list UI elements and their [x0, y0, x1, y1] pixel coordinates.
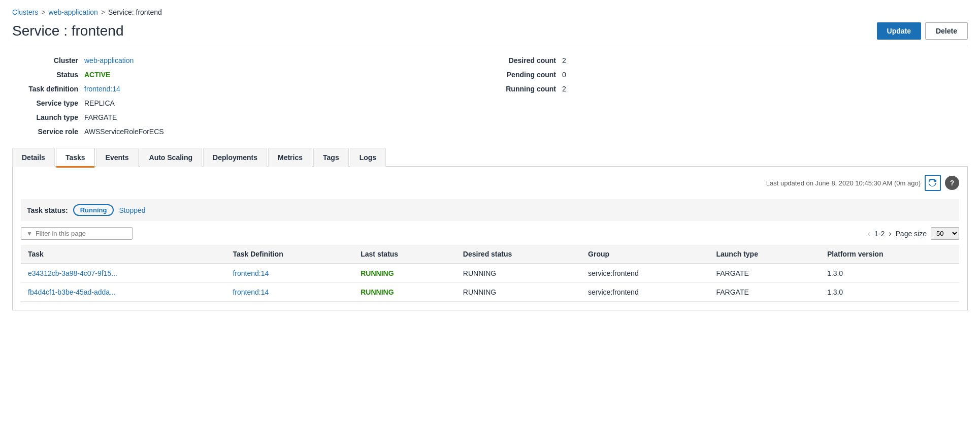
- detail-row-service-type: Service type REPLICA: [12, 99, 490, 107]
- cell-platform-version-1: 1.3.0: [820, 283, 959, 302]
- detail-value-service-type: REPLICA: [84, 99, 115, 107]
- cell-task-def-1: frontend:14: [225, 283, 353, 302]
- task-status-row: Task status: Running Stopped: [21, 199, 959, 221]
- detail-label-task-def: Task definition: [12, 85, 78, 93]
- breadcrumb-sep-2: >: [101, 8, 105, 16]
- col-header-task-def: Task Definition: [225, 245, 353, 264]
- pagination-controls: ‹ 1-2 › Page size 10 25 50 100: [868, 227, 959, 240]
- detail-label-running-count: Running count: [490, 85, 556, 93]
- service-details: Cluster web-application Status ACTIVE Ta…: [12, 56, 968, 136]
- prev-page-button[interactable]: ‹: [868, 229, 870, 238]
- table-row: e34312cb-3a98-4c07-9f15... frontend:14 R…: [21, 264, 959, 283]
- detail-value-status: ACTIVE: [84, 71, 110, 79]
- cell-group-0: service:frontend: [581, 264, 709, 283]
- update-button[interactable]: Update: [877, 22, 921, 40]
- table-header: Task Task Definition Last status Desired…: [21, 245, 959, 264]
- status-stopped-link[interactable]: Stopped: [119, 206, 145, 214]
- detail-group-right: Desired count 2 Pending count 0 Running …: [490, 56, 968, 136]
- breadcrumb-sep-1: >: [41, 8, 45, 16]
- detail-row-service-role: Service role AWSServiceRoleForECS: [12, 128, 490, 136]
- cell-last-status-1: RUNNING: [353, 283, 456, 302]
- detail-label-desired-count: Desired count: [490, 56, 556, 65]
- detail-label-pending-count: Pending count: [490, 71, 556, 79]
- tasks-table: Task Task Definition Last status Desired…: [21, 245, 959, 302]
- help-icon: ?: [950, 179, 955, 187]
- cell-launch-type-0: FARGATE: [709, 264, 820, 283]
- detail-value-cluster[interactable]: web-application: [84, 56, 134, 65]
- detail-label-cluster: Cluster: [12, 56, 78, 65]
- task-status-label: Task status:: [27, 206, 68, 214]
- col-header-desired-status: Desired status: [456, 245, 581, 264]
- detail-label-launch-type: Launch type: [12, 113, 78, 121]
- tab-deployments[interactable]: Deployments: [203, 148, 267, 167]
- header-buttons: Update Delete: [877, 22, 968, 40]
- tab-metrics[interactable]: Metrics: [268, 148, 312, 167]
- cell-platform-version-0: 1.3.0: [820, 264, 959, 283]
- cell-task-1: fb4d4cf1-b3be-45ad-adda...: [21, 283, 225, 302]
- tab-content-tasks: Last updated on June 8, 2020 10:45:30 AM…: [12, 167, 968, 310]
- last-status-value-1: RUNNING: [361, 288, 394, 296]
- detail-value-service-role: AWSServiceRoleForECS: [84, 128, 164, 136]
- breadcrumb-current: Service: frontend: [108, 8, 162, 16]
- tabs-bar: Details Tasks Events Auto Scaling Deploy…: [12, 148, 968, 167]
- detail-row-cluster: Cluster web-application: [12, 56, 490, 65]
- page-header: Service : frontend Update Delete: [12, 22, 968, 46]
- detail-row-launch-type: Launch type FARGATE: [12, 113, 490, 121]
- detail-value-desired-count: 2: [562, 56, 566, 65]
- detail-row-running-count: Running count 2: [490, 85, 968, 93]
- filter-pagination-row: ▼ ‹ 1-2 › Page size 10 25 50 100: [21, 227, 959, 240]
- tab-auto-scaling[interactable]: Auto Scaling: [140, 148, 203, 167]
- page-title: Service : frontend: [12, 23, 123, 39]
- filter-icon: ▼: [26, 230, 32, 237]
- detail-value-task-def[interactable]: frontend:14: [84, 85, 120, 93]
- tab-logs[interactable]: Logs: [350, 148, 386, 167]
- help-button[interactable]: ?: [945, 176, 959, 190]
- filter-input[interactable]: [36, 230, 127, 237]
- cell-launch-type-1: FARGATE: [709, 283, 820, 302]
- refresh-icon: [929, 179, 937, 187]
- delete-button[interactable]: Delete: [925, 22, 968, 40]
- detail-value-running-count: 2: [562, 85, 566, 93]
- cell-task-0: e34312cb-3a98-4c07-9f15...: [21, 264, 225, 283]
- breadcrumb-cluster-name[interactable]: web-application: [49, 8, 98, 16]
- cell-desired-status-1: RUNNING: [456, 283, 581, 302]
- task-link-0[interactable]: e34312cb-3a98-4c07-9f15...: [28, 269, 117, 277]
- status-running-pill[interactable]: Running: [73, 204, 114, 216]
- col-header-group: Group: [581, 245, 709, 264]
- toolbar-row: Last updated on June 8, 2020 10:45:30 AM…: [21, 175, 959, 191]
- detail-label-service-type: Service type: [12, 99, 78, 107]
- detail-label-status: Status: [12, 71, 78, 79]
- detail-row-pending-count: Pending count 0: [490, 71, 968, 79]
- page-range: 1-2: [874, 230, 885, 238]
- refresh-button[interactable]: [925, 175, 941, 191]
- last-updated-text: Last updated on June 8, 2020 10:45:30 AM…: [766, 179, 921, 187]
- col-header-task: Task: [21, 245, 225, 264]
- tab-details[interactable]: Details: [12, 148, 55, 167]
- detail-label-service-role: Service role: [12, 128, 78, 136]
- task-def-link-0[interactable]: frontend:14: [233, 269, 269, 277]
- cell-desired-status-0: RUNNING: [456, 264, 581, 283]
- detail-row-desired-count: Desired count 2: [490, 56, 968, 65]
- table-row: fb4d4cf1-b3be-45ad-adda... frontend:14 R…: [21, 283, 959, 302]
- detail-value-launch-type: FARGATE: [84, 113, 117, 121]
- next-page-button[interactable]: ›: [889, 229, 891, 238]
- col-header-last-status: Last status: [353, 245, 456, 264]
- tab-tasks[interactable]: Tasks: [56, 148, 95, 167]
- cell-task-def-0: frontend:14: [225, 264, 353, 283]
- filter-input-wrapper: ▼: [21, 227, 133, 240]
- detail-group-left: Cluster web-application Status ACTIVE Ta…: [12, 56, 490, 136]
- task-link-1[interactable]: fb4d4cf1-b3be-45ad-adda...: [28, 288, 116, 296]
- breadcrumb: Clusters > web-application > Service: fr…: [12, 8, 968, 16]
- cell-last-status-0: RUNNING: [353, 264, 456, 283]
- tab-tags[interactable]: Tags: [313, 148, 349, 167]
- page-size-select[interactable]: 10 25 50 100: [931, 227, 959, 240]
- tab-events[interactable]: Events: [96, 148, 139, 167]
- detail-row-task-def: Task definition frontend:14: [12, 85, 490, 93]
- detail-value-pending-count: 0: [562, 71, 566, 79]
- col-header-launch-type: Launch type: [709, 245, 820, 264]
- breadcrumb-clusters[interactable]: Clusters: [12, 8, 38, 16]
- page-size-label: Page size: [896, 230, 927, 238]
- task-def-link-1[interactable]: frontend:14: [233, 288, 269, 296]
- last-status-value-0: RUNNING: [361, 269, 394, 277]
- table-body: e34312cb-3a98-4c07-9f15... frontend:14 R…: [21, 264, 959, 302]
